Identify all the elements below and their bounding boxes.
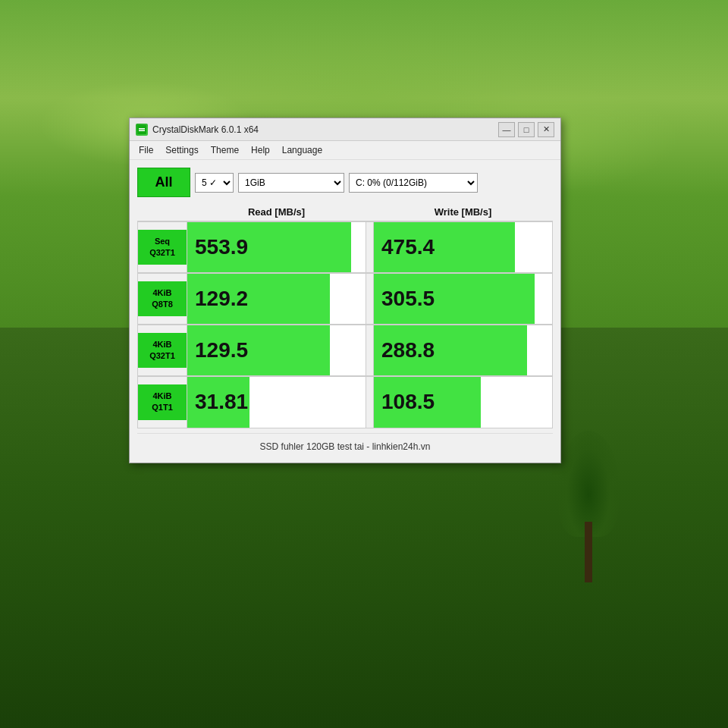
- table-row: 4KiBQ8T8 129.2 305.5: [138, 273, 553, 325]
- bench-label: 4KiBQ32T1: [138, 333, 187, 369]
- table-row: 4KiBQ1T1 31.81 108.5: [138, 376, 553, 428]
- bg-tree: [558, 431, 619, 582]
- bench-read-cell: 31.81: [187, 376, 366, 428]
- bench-label: 4KiBQ8T8: [138, 281, 187, 317]
- bench-write-cell: 475.4: [374, 221, 553, 273]
- read-value: 31.81: [187, 377, 366, 428]
- footer-text: SSD fuhler 120GB test tai - linhkien24h.…: [137, 433, 553, 455]
- table-header-row: Read [MB/s] Write [MB/s]: [138, 203, 553, 221]
- menubar: File Settings Theme Help Language: [130, 141, 560, 160]
- benchmark-table: Read [MB/s] Write [MB/s] SeqQ32T1 553.9 …: [137, 203, 553, 428]
- bench-write-cell: 288.8: [374, 325, 553, 376]
- drive-dropdown[interactable]: C: 0% (0/112GiB): [349, 173, 478, 193]
- window-content: All 5 ✓ 1 3 10 1GiB 512MiB 2GiB 4GiB C: …: [130, 160, 560, 463]
- all-button[interactable]: All: [137, 168, 190, 197]
- bench-read-cell: 553.9: [187, 221, 366, 273]
- bench-read-cell: 129.2: [187, 273, 366, 325]
- window-title: CrystalDiskMark 6.0.1 x64: [152, 124, 259, 135]
- write-value: 288.8: [374, 325, 552, 375]
- menu-help[interactable]: Help: [245, 143, 276, 158]
- table-row: 4KiBQ32T1 129.5 288.8: [138, 325, 553, 376]
- size-dropdown[interactable]: 1GiB 512MiB 2GiB 4GiB: [238, 173, 344, 193]
- menu-theme[interactable]: Theme: [205, 143, 245, 158]
- write-value: 108.5: [374, 377, 552, 428]
- minimize-button[interactable]: —: [498, 122, 515, 137]
- controls-row: All 5 ✓ 1 3 10 1GiB 512MiB 2GiB 4GiB C: …: [137, 168, 553, 197]
- title-bar-left: CrystalDiskMark 6.0.1 x64: [136, 124, 259, 136]
- table-row: SeqQ32T1 553.9 475.4: [138, 221, 553, 273]
- crystaldiskmark-window: CrystalDiskMark 6.0.1 x64 — □ ✕ File Set…: [129, 118, 561, 463]
- bench-write-cell: 108.5: [374, 376, 553, 428]
- write-header: Write [MB/s]: [374, 203, 553, 221]
- bench-write-cell: 305.5: [374, 273, 553, 325]
- read-header: Read [MB/s]: [187, 203, 366, 221]
- close-button[interactable]: ✕: [538, 122, 554, 137]
- bench-label: 4KiBQ1T1: [138, 384, 187, 420]
- read-value: 129.5: [187, 325, 366, 375]
- menu-language[interactable]: Language: [276, 143, 328, 158]
- write-value: 305.5: [374, 274, 552, 324]
- title-bar: CrystalDiskMark 6.0.1 x64 — □ ✕: [130, 118, 560, 141]
- read-value: 129.2: [187, 274, 366, 324]
- menu-settings[interactable]: Settings: [159, 143, 204, 158]
- menu-file[interactable]: File: [133, 143, 159, 158]
- bench-label: SeqQ32T1: [138, 230, 187, 265]
- crystaldiskmark-icon: [136, 124, 148, 136]
- bench-read-cell: 129.5: [187, 325, 366, 376]
- write-value: 475.4: [374, 222, 552, 272]
- read-value: 553.9: [187, 222, 366, 272]
- svg-rect-0: [137, 125, 146, 134]
- maximize-button[interactable]: □: [518, 122, 535, 137]
- svg-rect-1: [139, 128, 145, 130]
- svg-rect-2: [139, 130, 145, 131]
- title-controls: — □ ✕: [498, 122, 554, 137]
- runs-dropdown[interactable]: 5 ✓ 1 3 10: [195, 173, 234, 193]
